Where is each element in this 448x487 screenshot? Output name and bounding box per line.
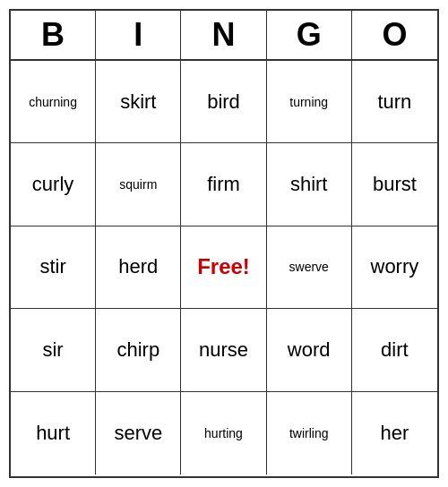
cell-text: squirm (119, 177, 157, 192)
bingo-cell: squirm (96, 143, 181, 226)
bingo-card: BINGO churningskirtbirdturningturncurlys… (9, 9, 439, 478)
bingo-cell: skirt (96, 61, 181, 143)
bingo-cell: her (352, 392, 437, 474)
header-letter: O (352, 11, 437, 59)
header-letter: N (181, 11, 266, 59)
header-letter: B (11, 11, 96, 59)
bingo-cell: word (267, 309, 352, 391)
cell-text: turning (289, 95, 328, 109)
cell-text: serve (114, 422, 162, 445)
header-letter: I (96, 11, 181, 59)
cell-text: nurse (199, 338, 248, 362)
bingo-cell: hurt (11, 392, 96, 474)
bingo-cell: worry (352, 226, 437, 309)
cell-text: twirling (289, 426, 329, 440)
cell-text: hurt (36, 422, 70, 445)
cell-text: herd (118, 255, 158, 278)
bingo-cell: swerve (267, 226, 352, 309)
bingo-header: BINGO (11, 11, 437, 61)
bingo-cell: firm (181, 143, 266, 226)
bingo-cell: churning (11, 61, 96, 143)
cell-text: worry (371, 255, 419, 278)
bingo-cell: sir (11, 309, 96, 391)
cell-text: firm (207, 173, 240, 196)
cell-text: her (380, 422, 409, 445)
cell-text: churning (29, 95, 77, 109)
bingo-cell: dirt (352, 309, 437, 391)
bingo-cell: bird (181, 61, 266, 143)
bingo-cell: shirt (267, 143, 352, 226)
cell-text: swerve (289, 260, 329, 274)
bingo-cell: burst (352, 143, 437, 226)
bingo-cell: stir (11, 226, 96, 309)
bingo-cell: twirling (267, 392, 352, 474)
cell-text: turn (377, 90, 411, 114)
bingo-cell: curly (11, 143, 96, 226)
bingo-cell: turn (352, 61, 437, 143)
cell-text: curly (32, 173, 73, 196)
cell-text: hurting (204, 426, 243, 440)
cell-text: skirt (120, 90, 156, 114)
cell-text: bird (207, 90, 240, 114)
bingo-cell: chirp (96, 309, 181, 391)
cell-text: sir (42, 338, 63, 362)
bingo-cell: hurting (181, 392, 266, 474)
cell-text: burst (373, 173, 417, 196)
bingo-cell: nurse (181, 309, 266, 391)
cell-text: chirp (116, 338, 159, 362)
bingo-grid: churningskirtbirdturningturncurlysquirmf… (11, 61, 437, 474)
cell-text: dirt (381, 338, 409, 362)
header-letter: G (267, 11, 352, 59)
cell-text: word (288, 338, 331, 362)
cell-text: shirt (290, 173, 328, 196)
bingo-cell: turning (267, 61, 352, 143)
cell-text: stir (39, 255, 65, 278)
free-cell: Free! (181, 226, 266, 309)
cell-text: Free! (197, 254, 250, 279)
bingo-cell: herd (96, 226, 181, 309)
bingo-cell: serve (96, 392, 181, 474)
